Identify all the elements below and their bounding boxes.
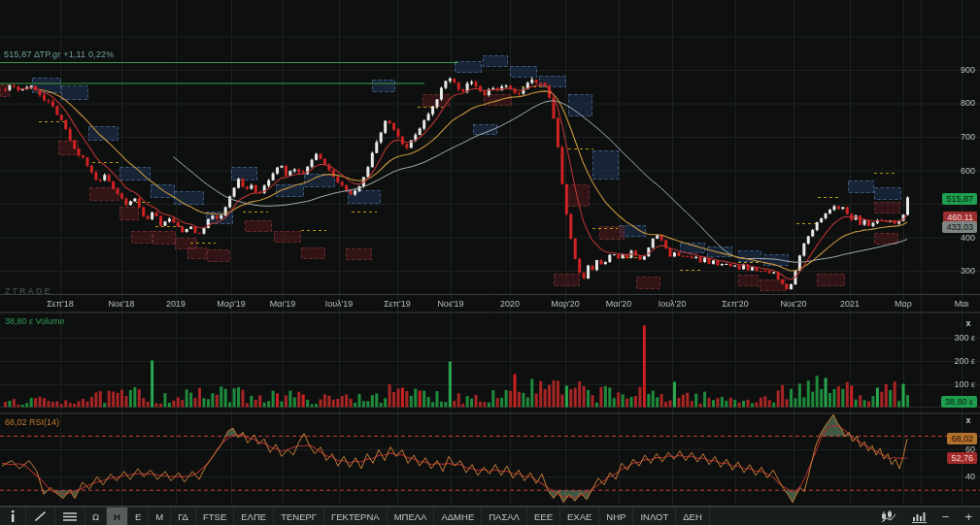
toolbar-pencil-button[interactable] — [26, 508, 55, 525]
tab-ΕΛΠΕ[interactable]: ΕΛΠΕ — [234, 508, 274, 525]
tab-ΤΕΝΕΡΓ[interactable]: ΤΕΝΕΡΓ — [274, 508, 324, 525]
tab-Ω[interactable]: Ω — [85, 508, 107, 525]
tab-ΓΕΚΤΕΡΝΑ[interactable]: ΓΕΚΤΕΡΝΑ — [324, 508, 388, 525]
tab-Η[interactable]: Η — [107, 508, 128, 525]
tab-Μ[interactable]: Μ — [149, 508, 171, 525]
tab-ΔΕΗ[interactable]: ΔΕΗ — [676, 508, 710, 525]
tab-Ε[interactable]: Ε — [128, 508, 149, 525]
toolbar-watchlist-button[interactable] — [55, 508, 85, 525]
tab-ΑΔΜΗΕ[interactable]: ΑΔΜΗΕ — [434, 508, 482, 525]
volume-histogram-icon — [912, 510, 927, 523]
tab-ΙΝΛΟΤ[interactable]: ΙΝΛΟΤ — [633, 508, 676, 525]
info-icon — [8, 510, 17, 522]
volume-close-icon[interactable]: x — [962, 317, 975, 329]
candlestick-chart-icon — [881, 510, 896, 523]
rsi-close-icon[interactable]: x — [962, 414, 975, 426]
watchlist-icon — [63, 511, 77, 522]
toolbar-right-group: −+ — [873, 508, 980, 525]
tab-ΝΗΡ[interactable]: ΝΗΡ — [599, 508, 633, 525]
bottom-toolbar: ΩΗΕΜΓΔFTSEΕΛΠΕΤΕΝΕΡΓΓΕΚΤΕΡΝΑΜΠΕΛΑΑΔΜΗΕΠΑ… — [0, 507, 980, 525]
tab-ΜΠΕΛΑ[interactable]: ΜΠΕΛΑ — [388, 508, 435, 525]
tab-ΠΑΣΑΛ[interactable]: ΠΑΣΑΛ — [482, 508, 527, 525]
price-chart-canvas[interactable] — [0, 0, 980, 507]
tab-ΕΕΕ[interactable]: ΕΕΕ — [527, 508, 560, 525]
pencil-icon — [34, 510, 47, 522]
toolbar-zoom-in-button[interactable]: + — [957, 508, 980, 525]
tab-ΕΧΑΕ[interactable]: ΕΧΑΕ — [560, 508, 599, 525]
tab-FTSE[interactable]: FTSE — [196, 508, 234, 525]
toolbar-volume-histogram-button[interactable] — [904, 508, 934, 525]
toolbar-zoom-out-button[interactable]: − — [934, 508, 958, 525]
toolbar-candlestick-chart-button[interactable] — [873, 508, 904, 525]
toolbar-info-button[interactable] — [0, 508, 26, 525]
tab-ΓΔ[interactable]: ΓΔ — [171, 508, 196, 525]
